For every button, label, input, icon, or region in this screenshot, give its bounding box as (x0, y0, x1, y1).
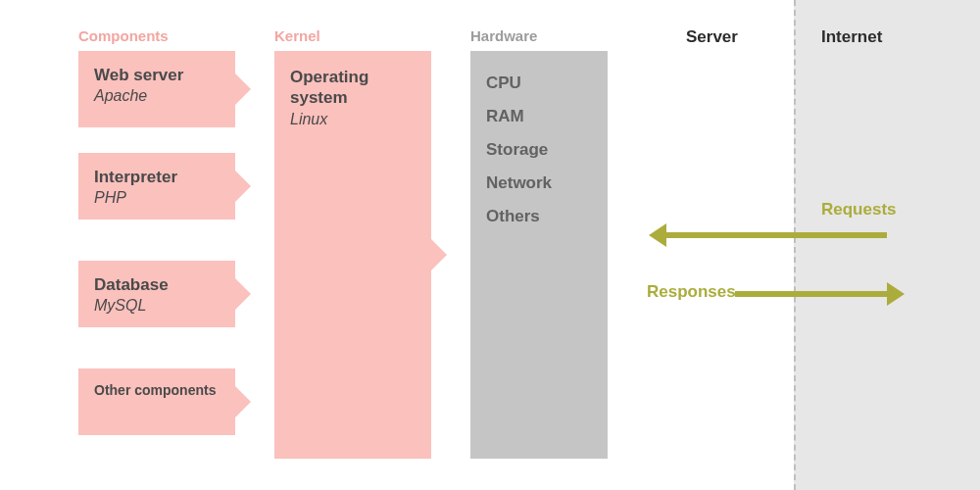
internet-region (794, 0, 980, 490)
hardware-item-ram: RAM (486, 100, 592, 133)
hardware-item-cpu: CPU (486, 67, 592, 100)
hardware-item-network: Network (486, 167, 592, 200)
hardware-box: CPU RAM Storage Network Others (470, 51, 608, 459)
header-components: Components (78, 27, 169, 44)
kernel-subtitle: Linux (290, 111, 416, 128)
header-hardware: Hardware (470, 27, 537, 44)
hardware-item-others: Others (486, 200, 592, 233)
component-title: Interpreter (94, 167, 220, 187)
component-title: Web server (94, 65, 220, 85)
requests-arrow (666, 232, 887, 238)
header-internet: Internet (821, 27, 882, 47)
component-subtitle: PHP (94, 189, 220, 207)
requests-label: Requests (821, 200, 897, 220)
component-database: Database MySQL (78, 261, 235, 327)
component-subtitle: MySQL (94, 297, 220, 315)
component-title: Other components (94, 382, 220, 400)
kernel-box: Operating system Linux (274, 51, 431, 459)
header-server: Server (686, 27, 738, 47)
server-internet-divider (794, 0, 796, 490)
kernel-title: Operating system (290, 67, 416, 109)
component-subtitle: Apache (94, 87, 220, 105)
responses-arrow (735, 291, 887, 297)
header-kernel: Kernel (274, 27, 320, 44)
component-title: Database (94, 274, 220, 295)
component-web-server: Web server Apache (78, 51, 235, 127)
hardware-item-storage: Storage (486, 133, 592, 167)
component-other: Other components (78, 368, 235, 435)
responses-label: Responses (647, 282, 736, 302)
component-interpreter: Interpreter PHP (78, 153, 235, 220)
